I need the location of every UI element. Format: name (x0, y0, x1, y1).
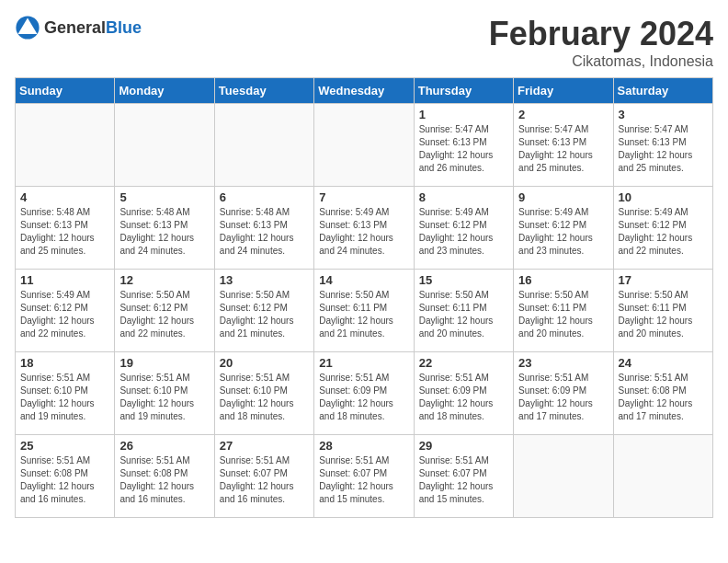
page-header: GeneralBlue February 2024 Cikatomas, Ind… (15, 15, 713, 70)
day-number: 17 (619, 273, 708, 287)
week-row-5: 25Sunrise: 5:51 AM Sunset: 6:08 PM Dayli… (16, 435, 713, 518)
day-number: 7 (319, 190, 408, 204)
day-cell: 19Sunrise: 5:51 AM Sunset: 6:10 PM Dayli… (115, 352, 214, 435)
day-number: 23 (518, 356, 608, 370)
day-number: 4 (20, 190, 109, 204)
logo: GeneralBlue (15, 15, 142, 40)
day-number: 6 (220, 190, 309, 204)
day-cell: 18Sunrise: 5:51 AM Sunset: 6:10 PM Dayli… (16, 352, 115, 435)
day-cell: 13Sunrise: 5:50 AM Sunset: 6:12 PM Dayli… (214, 270, 313, 352)
day-cell: 27Sunrise: 5:51 AM Sunset: 6:07 PM Dayli… (214, 435, 313, 518)
day-number: 25 (20, 439, 109, 453)
day-number: 27 (220, 439, 309, 453)
week-row-1: 1Sunrise: 5:47 AM Sunset: 6:13 PM Daylig… (16, 104, 713, 187)
day-number: 21 (319, 356, 408, 370)
day-info: Sunrise: 5:51 AM Sunset: 6:08 PM Dayligh… (119, 454, 209, 506)
column-header-monday: Monday (115, 78, 214, 104)
day-info: Sunrise: 5:51 AM Sunset: 6:08 PM Dayligh… (619, 372, 708, 423)
day-info: Sunrise: 5:50 AM Sunset: 6:12 PM Dayligh… (220, 289, 309, 340)
day-cell: 16Sunrise: 5:50 AM Sunset: 6:11 PM Dayli… (514, 270, 613, 352)
day-number: 28 (319, 439, 408, 453)
month-title: February 2024 (489, 15, 713, 53)
calendar-header-row: SundayMondayTuesdayWednesdayThursdayFrid… (16, 78, 713, 104)
day-number: 3 (619, 108, 708, 121)
day-number: 14 (319, 273, 408, 287)
day-cell: 24Sunrise: 5:51 AM Sunset: 6:08 PM Dayli… (613, 352, 712, 435)
day-number: 13 (220, 273, 309, 287)
day-cell: 8Sunrise: 5:49 AM Sunset: 6:12 PM Daylig… (414, 187, 513, 270)
day-info: Sunrise: 5:51 AM Sunset: 6:07 PM Dayligh… (319, 454, 408, 506)
day-cell: 14Sunrise: 5:50 AM Sunset: 6:11 PM Dayli… (314, 270, 414, 352)
day-info: Sunrise: 5:49 AM Sunset: 6:13 PM Dayligh… (319, 206, 408, 258)
day-cell: 15Sunrise: 5:50 AM Sunset: 6:11 PM Dayli… (414, 270, 513, 352)
week-row-2: 4Sunrise: 5:48 AM Sunset: 6:13 PM Daylig… (16, 187, 713, 270)
day-number: 29 (419, 439, 508, 453)
day-cell: 9Sunrise: 5:49 AM Sunset: 6:12 PM Daylig… (514, 187, 613, 270)
day-number: 10 (619, 190, 708, 204)
day-cell: 10Sunrise: 5:49 AM Sunset: 6:12 PM Dayli… (613, 187, 712, 270)
day-number: 20 (220, 356, 309, 370)
day-number: 11 (20, 273, 109, 287)
day-cell: 4Sunrise: 5:48 AM Sunset: 6:13 PM Daylig… (16, 187, 115, 270)
day-info: Sunrise: 5:50 AM Sunset: 6:11 PM Dayligh… (619, 289, 708, 340)
day-info: Sunrise: 5:49 AM Sunset: 6:12 PM Dayligh… (20, 289, 109, 340)
day-number: 24 (619, 356, 708, 370)
day-info: Sunrise: 5:50 AM Sunset: 6:11 PM Dayligh… (319, 289, 408, 340)
day-number: 15 (419, 273, 508, 287)
logo-general: General (44, 18, 106, 37)
location-subtitle: Cikatomas, Indonesia (489, 53, 713, 70)
day-cell (115, 104, 214, 187)
day-info: Sunrise: 5:51 AM Sunset: 6:09 PM Dayligh… (518, 372, 608, 423)
column-header-saturday: Saturday (613, 78, 712, 104)
day-info: Sunrise: 5:48 AM Sunset: 6:13 PM Dayligh… (20, 206, 109, 258)
day-number: 1 (419, 108, 508, 121)
day-cell: 5Sunrise: 5:48 AM Sunset: 6:13 PM Daylig… (115, 187, 214, 270)
day-info: Sunrise: 5:49 AM Sunset: 6:12 PM Dayligh… (518, 206, 608, 258)
day-info: Sunrise: 5:51 AM Sunset: 6:10 PM Dayligh… (20, 372, 109, 423)
day-number: 8 (419, 190, 508, 204)
day-cell (16, 104, 115, 187)
day-info: Sunrise: 5:48 AM Sunset: 6:13 PM Dayligh… (220, 206, 309, 258)
day-cell: 29Sunrise: 5:51 AM Sunset: 6:07 PM Dayli… (414, 435, 513, 518)
day-cell (214, 104, 313, 187)
day-cell: 17Sunrise: 5:50 AM Sunset: 6:11 PM Dayli… (613, 270, 712, 352)
day-info: Sunrise: 5:51 AM Sunset: 6:08 PM Dayligh… (20, 454, 109, 506)
day-cell: 2Sunrise: 5:47 AM Sunset: 6:13 PM Daylig… (514, 104, 613, 187)
day-cell: 21Sunrise: 5:51 AM Sunset: 6:09 PM Dayli… (314, 352, 414, 435)
day-info: Sunrise: 5:49 AM Sunset: 6:12 PM Dayligh… (419, 206, 508, 258)
day-number: 5 (119, 190, 209, 204)
day-cell (514, 435, 613, 518)
logo-blue: Blue (106, 18, 142, 37)
day-cell: 6Sunrise: 5:48 AM Sunset: 6:13 PM Daylig… (214, 187, 313, 270)
day-number: 19 (119, 356, 209, 370)
day-cell (613, 435, 712, 518)
day-number: 22 (419, 356, 508, 370)
day-cell: 1Sunrise: 5:47 AM Sunset: 6:13 PM Daylig… (414, 104, 513, 187)
day-cell: 22Sunrise: 5:51 AM Sunset: 6:09 PM Dayli… (414, 352, 513, 435)
day-number: 16 (518, 273, 608, 287)
day-cell: 25Sunrise: 5:51 AM Sunset: 6:08 PM Dayli… (16, 435, 115, 518)
day-info: Sunrise: 5:50 AM Sunset: 6:11 PM Dayligh… (518, 289, 608, 340)
title-area: February 2024 Cikatomas, Indonesia (489, 15, 713, 70)
day-number: 18 (20, 356, 109, 370)
day-number: 9 (518, 190, 608, 204)
day-number: 26 (119, 439, 209, 453)
day-info: Sunrise: 5:51 AM Sunset: 6:07 PM Dayligh… (220, 454, 309, 506)
svg-rect-2 (25, 29, 30, 34)
day-info: Sunrise: 5:50 AM Sunset: 6:12 PM Dayligh… (119, 289, 209, 340)
day-cell (314, 104, 414, 187)
day-info: Sunrise: 5:51 AM Sunset: 6:09 PM Dayligh… (319, 372, 408, 423)
day-info: Sunrise: 5:51 AM Sunset: 6:10 PM Dayligh… (119, 372, 209, 423)
day-info: Sunrise: 5:51 AM Sunset: 6:10 PM Dayligh… (220, 372, 309, 423)
day-info: Sunrise: 5:51 AM Sunset: 6:07 PM Dayligh… (419, 454, 508, 506)
day-number: 2 (518, 108, 608, 121)
column-header-wednesday: Wednesday (314, 78, 414, 104)
column-header-friday: Friday (514, 78, 613, 104)
day-cell: 28Sunrise: 5:51 AM Sunset: 6:07 PM Dayli… (314, 435, 414, 518)
column-header-thursday: Thursday (414, 78, 513, 104)
day-cell: 26Sunrise: 5:51 AM Sunset: 6:08 PM Dayli… (115, 435, 214, 518)
week-row-4: 18Sunrise: 5:51 AM Sunset: 6:10 PM Dayli… (16, 352, 713, 435)
day-info: Sunrise: 5:50 AM Sunset: 6:11 PM Dayligh… (419, 289, 508, 340)
day-info: Sunrise: 5:49 AM Sunset: 6:12 PM Dayligh… (619, 206, 708, 258)
day-info: Sunrise: 5:51 AM Sunset: 6:09 PM Dayligh… (419, 372, 508, 423)
